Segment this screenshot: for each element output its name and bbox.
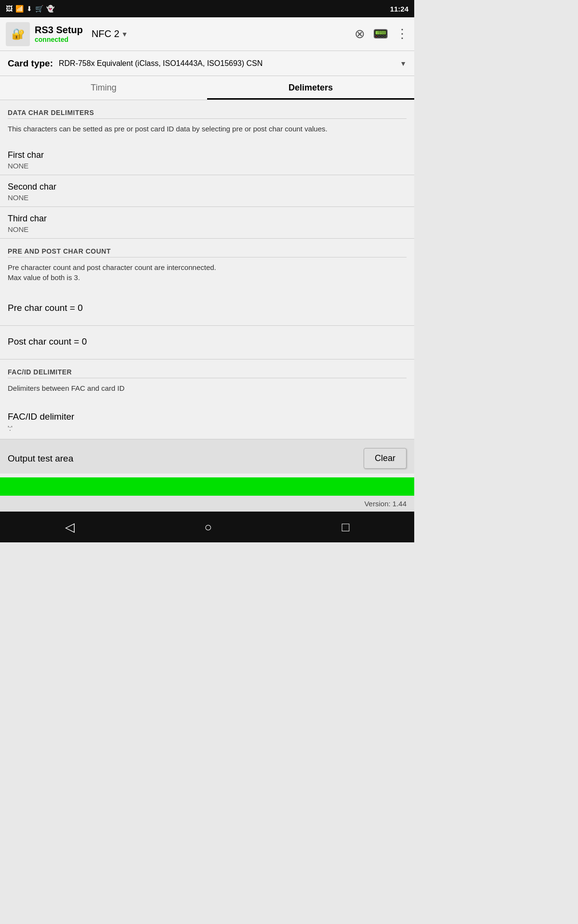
app-title-block: RS3 Setup connected — [35, 25, 83, 43]
photo-icon: 🖼 — [6, 5, 13, 13]
version-text: Version: 1.44 — [364, 500, 407, 508]
data-char-desc: This characters can be setted as pre or … — [0, 119, 414, 143]
pre-post-section-title: PRE AND POST CHAR COUNT — [0, 239, 414, 257]
second-char-item[interactable]: Second char NONE — [0, 175, 414, 207]
download-icon: ⬇ — [26, 5, 32, 13]
nav-recent-icon[interactable]: □ — [342, 520, 350, 535]
nav-home-icon[interactable]: ○ — [204, 520, 212, 535]
first-char-value: NONE — [8, 162, 407, 170]
card-type-arrow: ▼ — [400, 60, 407, 67]
second-char-label: Second char — [8, 182, 407, 192]
wifi-icon: 📶 — [15, 5, 24, 13]
pre-post-desc: Pre character count and post character c… — [0, 257, 414, 292]
pre-char-count-item[interactable]: Pre char count = 0 — [0, 292, 414, 326]
card-type-label: Card type: — [8, 58, 53, 69]
output-label: Output test area — [8, 453, 73, 464]
tab-timing[interactable]: Timing — [0, 76, 207, 100]
nfc-label: NFC 2 — [92, 28, 119, 39]
status-bar: 🖼 📶 ⬇ 🛒 👻 11:24 — [0, 0, 414, 17]
more-options-icon[interactable]: ⋮ — [396, 26, 408, 41]
fac-id-delimiter-value: ':' — [8, 424, 407, 432]
fac-id-delimiter-item[interactable]: FAC/ID delimiter ':' — [0, 403, 414, 439]
app-logo: 🔐 — [6, 22, 30, 46]
app-bar: 🔐 RS3 Setup connected NFC 2 ▼ ⊗ 📟 ⋮ — [0, 17, 414, 51]
app-title: RS3 Setup — [35, 25, 83, 36]
tabs: Timing Delimeters — [0, 76, 414, 100]
ghost-icon: 👻 — [46, 5, 54, 13]
third-char-item[interactable]: Third char NONE — [0, 207, 414, 239]
first-char-item[interactable]: First char NONE — [0, 143, 414, 175]
nav-back-icon[interactable]: ◁ — [65, 520, 75, 535]
fac-id-delimiter-label: FAC/ID delimiter — [8, 411, 407, 422]
fac-id-section-title: FAC/ID DELIMITER — [0, 359, 414, 378]
app-subtitle: connected — [35, 36, 83, 43]
app-bar-icons: ⊗ 📟 ⋮ — [355, 26, 408, 41]
card-type-bar[interactable]: Card type: RDR-758x Equivalent (iClass, … — [0, 51, 414, 76]
output-area: Output test area Clear — [0, 439, 414, 474]
version-bar: Version: 1.44 — [0, 496, 414, 512]
second-char-value: NONE — [8, 193, 407, 202]
status-icons: 🖼 📶 ⬇ 🛒 👻 — [6, 5, 54, 13]
cart-icon: 🛒 — [35, 5, 43, 13]
nav-bar: ◁ ○ □ — [0, 512, 414, 542]
post-char-count-item[interactable]: Post char count = 0 — [0, 326, 414, 359]
tab-delimeters[interactable]: Delimeters — [207, 76, 414, 100]
status-time: 11:24 — [390, 5, 408, 13]
pre-char-count-label: Pre char count = 0 — [8, 303, 407, 313]
device-icon[interactable]: 📟 — [373, 26, 388, 41]
fac-id-desc: Delimiters between FAC and card ID — [0, 378, 414, 403]
output-green-bar — [0, 477, 414, 496]
clear-button[interactable]: Clear — [364, 448, 407, 469]
card-type-value: RDR-758x Equivalent (iClass, ISO14443A, … — [59, 59, 400, 68]
third-char-label: Third char — [8, 214, 407, 224]
close-icon[interactable]: ⊗ — [355, 26, 365, 41]
content: DATA CHAR DELIMITERS This characters can… — [0, 100, 414, 512]
nfc-dropdown-arrow[interactable]: ▼ — [121, 30, 128, 38]
data-char-section-title: DATA CHAR DELIMITERS — [0, 100, 414, 118]
post-char-count-label: Post char count = 0 — [8, 336, 407, 347]
first-char-label: First char — [8, 150, 407, 160]
third-char-value: NONE — [8, 225, 407, 233]
